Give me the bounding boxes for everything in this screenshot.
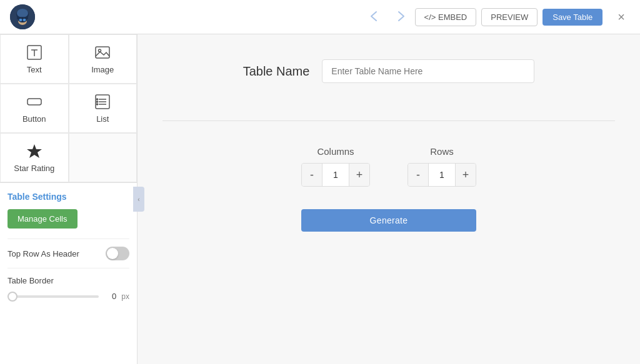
table-name-label: Table Name xyxy=(243,64,310,79)
svg-point-20 xyxy=(97,104,98,105)
collapse-icon: ‹ xyxy=(138,196,139,203)
widget-list[interactable]: List xyxy=(69,84,138,133)
columns-group: Columns - + xyxy=(301,146,370,187)
close-button[interactable]: × xyxy=(612,7,630,27)
widget-button[interactable]: Button xyxy=(0,84,69,133)
top-row-header-label: Top Row As Header xyxy=(8,249,79,258)
border-controls: 0 px xyxy=(8,292,129,301)
collapse-handle[interactable]: ‹ xyxy=(133,187,144,212)
columns-rows-section: Columns - + Rows - + xyxy=(301,146,476,187)
widget-star-rating-label: Star Rating xyxy=(14,164,54,173)
forward-button[interactable] xyxy=(390,8,410,26)
embed-button[interactable]: </> EMBED xyxy=(415,8,477,26)
widget-text[interactable]: Text xyxy=(0,34,69,84)
border-value: 0 xyxy=(104,292,116,301)
header-left xyxy=(10,4,35,29)
back-button[interactable] xyxy=(365,8,385,26)
svg-rect-11 xyxy=(96,47,109,58)
divider xyxy=(162,121,615,121)
header: </> EMBED PREVIEW Save Table × xyxy=(0,0,640,34)
svg-point-18 xyxy=(97,99,98,100)
widget-grid: Text Image Button xyxy=(0,34,137,183)
rows-stepper: - + xyxy=(408,163,476,187)
border-unit: px xyxy=(121,292,129,301)
rows-group: Rows - + xyxy=(408,146,476,187)
columns-increment-button[interactable]: + xyxy=(349,164,369,186)
rows-increment-button[interactable]: + xyxy=(456,164,476,186)
generate-button[interactable]: Generate xyxy=(301,209,476,232)
columns-stepper: - + xyxy=(301,163,370,187)
avatar xyxy=(10,4,35,29)
rows-value-input[interactable] xyxy=(428,164,456,186)
table-name-row: Table Name xyxy=(201,59,576,83)
table-settings-section: Table Settings Manage Cells Top Row As H… xyxy=(0,183,137,364)
widget-text-label: Text xyxy=(27,65,42,74)
svg-point-2 xyxy=(17,9,28,17)
preview-button[interactable]: PREVIEW xyxy=(481,8,538,26)
top-row-header-toggle[interactable] xyxy=(106,247,129,260)
save-table-button[interactable]: Save Table xyxy=(542,9,602,26)
widget-image[interactable]: Image xyxy=(69,34,138,84)
table-border-section: Table Border 0 px xyxy=(8,268,129,308)
border-slider[interactable] xyxy=(8,295,99,298)
svg-point-12 xyxy=(99,49,101,52)
top-row-header-row: Top Row As Header xyxy=(8,239,129,268)
rows-decrement-button[interactable]: - xyxy=(408,164,428,186)
widget-empty xyxy=(69,133,138,182)
main-content: Table Name Columns - + Rows - + xyxy=(138,34,640,364)
widget-list-label: List xyxy=(96,114,109,124)
widget-button-label: Button xyxy=(22,114,46,124)
table-settings-title: Table Settings xyxy=(8,192,129,202)
manage-cells-button[interactable]: Manage Cells xyxy=(8,209,78,229)
svg-point-19 xyxy=(97,101,98,102)
widget-image-label: Image xyxy=(91,65,114,74)
widget-star-rating[interactable]: Star Rating xyxy=(0,133,69,182)
svg-point-6 xyxy=(19,19,22,21)
table-name-input[interactable] xyxy=(322,59,534,83)
sidebar: Text Image Button xyxy=(0,34,138,364)
table-border-label: Table Border xyxy=(8,276,129,285)
svg-marker-21 xyxy=(27,144,42,158)
columns-value-input[interactable] xyxy=(322,164,349,186)
main-layout: Text Image Button xyxy=(0,34,640,364)
generate-row: Generate xyxy=(301,209,476,232)
columns-label: Columns xyxy=(317,146,354,157)
columns-decrement-button[interactable]: - xyxy=(302,164,322,186)
svg-point-7 xyxy=(23,19,26,21)
svg-rect-13 xyxy=(28,99,41,105)
rows-label: Rows xyxy=(430,146,454,157)
